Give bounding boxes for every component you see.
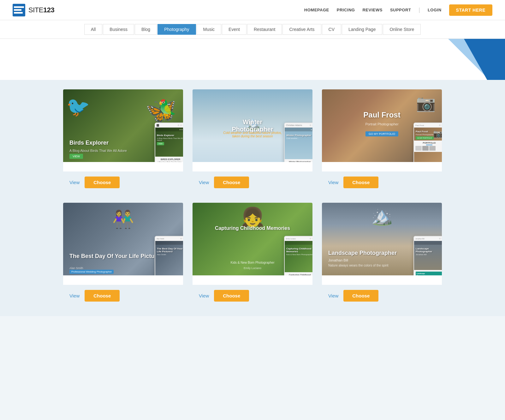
mobile-overlay-landscape: Jonathan Bill Landscape Photographer Jon…: [413, 236, 442, 275]
mobile-header-wedding: Alan Smith: [155, 237, 183, 241]
preview-subtitle-winter: Cold weather and beautiful nature photos…: [223, 131, 282, 138]
tab-online-store[interactable]: Online Store: [383, 24, 421, 35]
mobile-nav-winter: [285, 128, 312, 131]
mobile-content-winter: Winter Photographer Cold weather... Wint…: [285, 128, 312, 162]
category-tabs: All Business Blog Photography Music Even…: [0, 20, 505, 39]
nav-pricing[interactable]: PRICING: [337, 8, 355, 12]
mobile-content-childhood: Capturing Childhood Memories Kids & New …: [285, 241, 312, 275]
landscape-image: 🏔️: [371, 206, 393, 226]
mobile-overlay-paul: Paul Frost 📷 Paul Frost Portrait Photogr…: [413, 123, 442, 162]
mobile-section-winter: Winter Photographer Kids & New Born Phot…: [285, 159, 312, 162]
mobile-portfolio-section: PORTFOLIO: [414, 141, 442, 152]
preview-title-paul: Paul Frost: [363, 111, 400, 119]
mobile-content-birds: Birds Explorer A Blog About Birds That W…: [155, 128, 183, 162]
tab-restaurant[interactable]: Restaurant: [247, 24, 282, 35]
mobile-nav: [155, 128, 183, 131]
nav-support[interactable]: SUPPORT: [390, 8, 411, 12]
mobile-overlay-childhood: Emily Luciano Capturing Childhood Memori…: [284, 236, 312, 275]
choose-button-paul[interactable]: Choose: [343, 177, 378, 188]
tab-event[interactable]: Event: [222, 24, 247, 35]
paul-camera-icon: 📷: [416, 94, 436, 112]
choose-button-landscape[interactable]: Choose: [343, 290, 378, 302]
card-actions-landscape: View Choose: [322, 285, 442, 307]
bird-image: 🐦: [66, 96, 90, 118]
childhood-image: 👧: [241, 206, 264, 228]
mobile-portfolio-title: PORTFOLIO: [415, 142, 442, 144]
nav-separator: |: [419, 7, 420, 13]
choose-button-winter[interactable]: Choose: [214, 177, 249, 188]
logo-text: SITE123: [28, 6, 54, 14]
view-link-winter[interactable]: View: [199, 180, 209, 185]
wedding-image: 👫: [112, 209, 134, 230]
tab-creative-arts[interactable]: Creative Arts: [282, 24, 321, 35]
svg-rect-2: [14, 9, 21, 11]
preview-subtitle-wedding: Alan Smith: [69, 267, 83, 270]
choose-button-wedding[interactable]: Choose: [85, 290, 120, 302]
preview-title-landscape: Landscape Photographer: [328, 250, 397, 256]
tab-music[interactable]: Music: [197, 24, 222, 35]
template-preview-paul: 📷 Paul Frost Portrait Photographer GO MY…: [322, 89, 442, 162]
hero-area: [0, 39, 505, 80]
mobile-title-childhood: Capturing Childhood Memories: [285, 245, 312, 254]
view-link-birds[interactable]: View: [69, 180, 80, 185]
template-preview-landscape: 🏔️ Landscape Photographer Jonathan Bill …: [322, 203, 442, 275]
view-link-paul[interactable]: View: [328, 180, 338, 185]
template-preview-wedding: 👫 The Best Day Of Your Life Pictures Ala…: [63, 203, 183, 275]
card-actions-winter: View Choose: [193, 171, 312, 193]
tab-photography[interactable]: Photography: [157, 24, 196, 35]
tab-cv[interactable]: CV: [322, 24, 341, 35]
template-preview-winter: 🏔️ Winter Photographer Cold weather and …: [193, 89, 312, 162]
preview-subtitle-birds: A Blog About Birds That We All Adore: [69, 149, 127, 153]
nav-login[interactable]: LOGIN: [428, 8, 442, 12]
nav-links: HOMEPAGE PRICING REVIEWS SUPPORT | LOGIN…: [304, 4, 492, 16]
view-link-landscape[interactable]: View: [328, 293, 338, 298]
card-actions-paul: View Choose: [322, 171, 442, 193]
view-link-wedding[interactable]: View: [69, 293, 80, 298]
nav-reviews[interactable]: REVIEWS: [362, 8, 382, 12]
mobile-header-paul: Paul Frost: [414, 123, 442, 128]
templates-section: 🐦 🦜 Birds Explorer A Blog About Birds Th…: [0, 80, 505, 316]
mobile-content-paul: 📷 Paul Frost Portrait Photographer GO MY…: [414, 128, 442, 162]
preview-title-birds: Birds Explorer: [69, 140, 109, 146]
mobile-section-landscape: Landscape Photographer Jonathan Bill Nat…: [414, 270, 442, 275]
nav-homepage[interactable]: HOMEPAGE: [304, 8, 329, 12]
tab-blog[interactable]: Blog: [135, 24, 157, 35]
svg-rect-1: [14, 6, 24, 8]
template-preview-childhood: 👧 Capturing Childhood Memories Kids & Ne…: [193, 203, 312, 275]
template-card-birds-explorer: 🐦 🦜 Birds Explorer A Blog About Birds Th…: [63, 89, 183, 193]
mobile-subtitle-childhood: Kids & New Born Photographer: [285, 254, 312, 255]
card-actions-birds: View Choose: [63, 171, 183, 193]
mobile-section-title: BIRDS EXPLORER: [157, 158, 183, 160]
mobile-dot: [183, 124, 183, 126]
mobile-title-birds: Birds Explorer: [155, 131, 176, 137]
mobile-subtitle-paul: Portrait Photographer: [414, 134, 435, 135]
start-here-button[interactable]: START HERE: [449, 4, 492, 16]
svg-rect-3: [14, 12, 23, 14]
mobile-section-title-childhood: Capturing Childhood Memories: [286, 274, 312, 275]
preview-title-wedding: The Best Day Of Your Life Pictures: [69, 253, 163, 260]
preview-portfolio-paul: GO MY PORTFOLIO: [365, 131, 398, 136]
tab-all[interactable]: All: [84, 24, 103, 35]
choose-button-childhood[interactable]: Choose: [214, 290, 249, 302]
mobile-dot: [178, 124, 179, 126]
view-link-childhood[interactable]: View: [199, 293, 209, 298]
mobile-dot: [180, 124, 182, 126]
template-card-paul: 📷 Paul Frost Portrait Photographer GO MY…: [322, 89, 442, 193]
mobile-btn-birds: VIEW: [157, 142, 164, 145]
mobile-header-childhood: Emily Luciano: [285, 237, 312, 241]
paul-camera-mobile: 📷: [433, 129, 442, 138]
mobile-subtext-winter: Cold weather...: [285, 137, 300, 139]
tab-business[interactable]: Business: [103, 24, 134, 35]
preview-title-childhood: Capturing Childhood Memories: [205, 225, 300, 231]
tab-landing-page[interactable]: Landing Page: [342, 24, 382, 35]
template-card-landscape: 🏔️ Landscape Photographer Jonathan Bill …: [322, 203, 442, 307]
mobile-subtitle-birds: A Blog About Birds That We All Adore: [155, 137, 183, 141]
card-actions-childhood: View Choose: [193, 285, 312, 307]
mobile-overlay-birds: Birds Explorer A Blog About Birds That W…: [155, 123, 183, 162]
preview-subtitle-paul: Portrait Photographer: [365, 122, 398, 126]
template-card-wedding: 👫 The Best Day Of Your Life Pictures Ala…: [63, 203, 183, 307]
preview-tagline-landscape: Nature always wears the colors of the sp…: [328, 264, 400, 267]
choose-button-birds[interactable]: Choose: [85, 177, 120, 188]
mobile-content-wedding: The Best Day Of Your Life Pictures! Alan…: [155, 241, 183, 275]
mobile-nav-landscape: [414, 241, 442, 245]
